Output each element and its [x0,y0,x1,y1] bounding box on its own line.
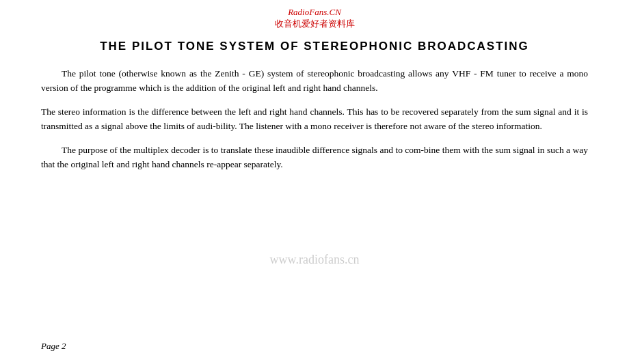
page-number: Page 2 [41,341,66,352]
paragraph-2: The stereo information is the difference… [41,105,588,134]
site-subtitle: 收音机爱好者资料库 [41,18,588,30]
paragraph-3: The purpose of the multiplex decoder is … [41,143,588,172]
page-container: RadioFans.CN 收音机爱好者资料库 THE PILOT TONE SY… [0,0,629,364]
main-title: THE PILOT TONE SYSTEM OF STEREOPHONIC BR… [41,40,588,53]
watermark: www.radiofans.cn [270,253,360,267]
paragraph-1: The pilot tone (otherwise known as the Z… [41,67,588,96]
site-header: RadioFans.CN 收音机爱好者资料库 [41,7,588,30]
body-text: The pilot tone (otherwise known as the Z… [41,67,588,172]
site-name: RadioFans.CN [41,7,588,18]
